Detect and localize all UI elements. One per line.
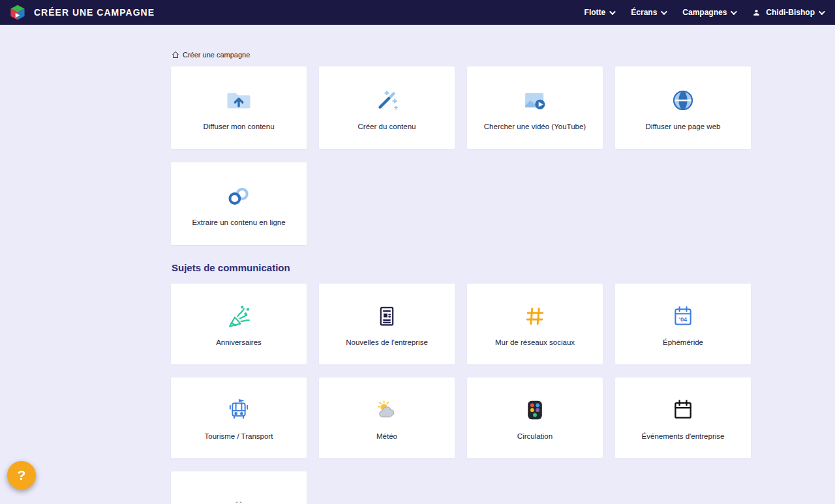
- link-icon: [225, 182, 252, 211]
- card-label: Circulation: [511, 432, 559, 440]
- upload-folder-icon: [225, 86, 252, 115]
- card-chercher-video-youtube[interactable]: Chercher une vidéo (YouTube): [467, 67, 603, 149]
- topics-cards-grid: Anniversaires Nouvelles de l'entreprise: [171, 284, 752, 504]
- chevron-down-icon: [731, 8, 737, 15]
- create-cards-grid: Diffuser mon contenu Créer du contenu: [171, 67, 752, 245]
- user-name-label: Chidi-Bishop: [766, 8, 815, 17]
- newspaper-icon: [374, 302, 400, 331]
- card-label: Créer du contenu: [352, 123, 423, 130]
- hashtag-icon: [522, 302, 548, 331]
- traffic-light-icon: [522, 396, 548, 424]
- card-label: Éphéméride: [656, 338, 710, 346]
- card-label: Extraire un contenu en ligne: [185, 218, 292, 226]
- card-tourisme-transport[interactable]: Tourisme / Transport: [171, 378, 307, 458]
- page-title: CRÉER UNE CAMPAGNE: [34, 7, 155, 18]
- card-circulation[interactable]: Circulation: [467, 378, 603, 458]
- card-label: Diffuser mon contenu: [196, 123, 281, 130]
- card-label: Chercher une vidéo (YouTube): [478, 123, 592, 130]
- navbar-menus: Flotte Écrans Campagnes Chidi-Bishop: [584, 8, 823, 17]
- card-label: Tourisme / Transport: [198, 432, 280, 440]
- home-icon: [172, 51, 179, 59]
- help-button[interactable]: ?: [7, 461, 36, 490]
- bus-icon: [225, 396, 252, 424]
- calendar-date-icon: '04: [670, 302, 696, 331]
- card-label: Nouvelles de l'entreprise: [339, 338, 434, 346]
- chevron-down-icon: [819, 8, 825, 15]
- card-anniversaires[interactable]: Anniversaires: [171, 284, 307, 364]
- calendar-icon: [670, 396, 696, 424]
- menu-flotte-label: Flotte: [584, 8, 606, 17]
- globe-icon: [669, 86, 697, 115]
- topics-section-title: Sujets de communication: [172, 262, 752, 273]
- card-mur-reseaux-sociaux[interactable]: Mur de réseaux sociaux: [467, 284, 603, 364]
- card-label: Météo: [370, 432, 404, 440]
- gear-icon: [226, 494, 251, 504]
- breadcrumb[interactable]: Créer une campagne: [172, 51, 250, 59]
- app-logo-icon[interactable]: [9, 4, 26, 21]
- card-extraire-contenu-en-ligne[interactable]: Extraire un contenu en ligne: [171, 162, 307, 245]
- menu-ecrans-label: Écrans: [631, 8, 657, 17]
- user-icon: [752, 8, 761, 17]
- card-label: Anniversaires: [209, 338, 268, 346]
- menu-ecrans[interactable]: Écrans: [631, 8, 665, 17]
- card-label: Diffuser une page web: [639, 123, 727, 130]
- card-diffuser-mon-contenu[interactable]: Diffuser mon contenu: [171, 67, 307, 149]
- card-diffuser-page-web[interactable]: Diffuser une page web: [615, 67, 751, 149]
- video-search-icon: [521, 86, 549, 115]
- svg-text:'04: '04: [679, 316, 688, 323]
- card-label: Mur de réseaux sociaux: [489, 338, 581, 346]
- weather-icon: [373, 396, 401, 424]
- menu-campagnes-label: Campagnes: [682, 8, 727, 17]
- card-nouvelles-entreprise[interactable]: Nouvelles de l'entreprise: [319, 284, 455, 364]
- card-label: Événements d'entreprise: [635, 432, 731, 440]
- breadcrumb-label: Créer une campagne: [183, 51, 250, 59]
- top-navbar: CRÉER UNE CAMPAGNE Flotte Écrans Campagn…: [0, 0, 835, 25]
- chevron-down-icon: [609, 8, 616, 15]
- card-creer-du-contenu[interactable]: Créer du contenu: [319, 67, 455, 149]
- party-popper-icon: [225, 302, 252, 331]
- card-evenements-entreprise[interactable]: Événements d'entreprise: [615, 378, 751, 458]
- card-meteo[interactable]: Météo: [319, 378, 455, 458]
- card-ephemeride[interactable]: '04 Éphéméride: [615, 284, 751, 364]
- card-partial-bottom[interactable]: [171, 471, 307, 504]
- user-menu[interactable]: Chidi-Bishop: [752, 8, 823, 17]
- main-content: Créer une campagne Diffuser mon contenu: [171, 51, 752, 504]
- menu-campagnes[interactable]: Campagnes: [682, 8, 735, 17]
- chevron-down-icon: [661, 8, 667, 15]
- magic-wand-icon: [373, 86, 401, 115]
- menu-flotte[interactable]: Flotte: [584, 8, 615, 17]
